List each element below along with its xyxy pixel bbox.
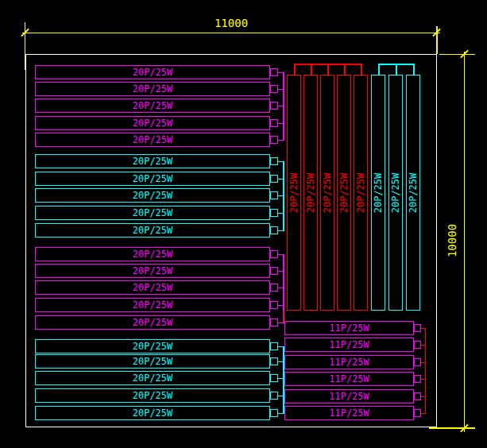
left-bar-20p: 20P/25W [35, 154, 270, 168]
left-bar-stub [270, 409, 278, 417]
left-bar-label: 20P/25W [36, 133, 269, 146]
left-bar-stub [270, 226, 278, 234]
bottom-bar-11p: 11P/25W [284, 355, 414, 369]
bottom-bar-label: 11P/25W [285, 356, 413, 369]
vertical-bar-label: 20P/25W [373, 172, 383, 213]
left-bar-stub [270, 284, 278, 292]
left-bar-label: 20P/25W [36, 340, 269, 353]
bottom-bar-label: 11P/25W [285, 373, 413, 385]
vertical-bar-label: 20P/25W [408, 172, 418, 213]
feeder-line-horizontal [283, 321, 286, 322]
vertical-bar-20p: 20P/25W [406, 75, 420, 311]
vertical-bar-label: 20P/25W [339, 172, 349, 213]
left-bar-label: 20P/25W [36, 407, 269, 419]
vertical-bus-tooth [294, 64, 296, 75]
drawing-entities: 20P/25W20P/25W20P/25W20P/25W20P/25W20P/2… [0, 0, 487, 448]
left-bar-connector [278, 413, 284, 415]
left-bar-stub [270, 374, 278, 382]
vertical-bar-20p: 20P/25W [354, 75, 368, 311]
bottom-group-bus [425, 328, 427, 413]
vertical-bus-tooth [413, 64, 415, 75]
left-bar-label: 20P/25W [36, 281, 269, 294]
vertical-bar-label: 20P/25W [289, 172, 299, 213]
left-bar-20p: 20P/25W [35, 65, 270, 79]
left-bar-20p: 20P/25W [35, 388, 270, 403]
vertical-bus-tooth [396, 64, 397, 75]
vertical-bar-20p: 20P/25W [337, 75, 351, 311]
bottom-bar-label: 11P/25W [285, 338, 413, 351]
left-bar-20p: 20P/25W [35, 172, 270, 186]
bottom-bar-11p: 11P/25W [284, 406, 414, 420]
left-bar-label: 20P/25W [36, 372, 269, 384]
bottom-bar-stub [414, 375, 421, 383]
left-bar-20p: 20P/25W [35, 298, 270, 312]
vertical-bar-20p: 20P/25W [371, 75, 385, 311]
bottom-bar-stub [414, 358, 421, 366]
left-bar-label: 20P/25W [36, 117, 269, 129]
bottom-bar-stub [414, 409, 421, 417]
left-bar-stub [270, 119, 278, 127]
left-bar-label: 20P/25W [36, 83, 269, 95]
vertical-bar-20p: 20P/25W [287, 75, 301, 311]
bottom-bar-label: 11P/25W [285, 407, 413, 419]
left-bar-stub [270, 209, 278, 217]
left-bar-20p: 20P/25W [35, 315, 270, 330]
vertical-bus-tooth [344, 64, 346, 75]
left-group-bus [283, 161, 284, 230]
left-bar-20p: 20P/25W [35, 116, 270, 130]
bottom-bar-label: 11P/25W [285, 390, 413, 403]
bottom-bar-label: 11P/25W [285, 322, 413, 334]
vertical-bus-tooth [311, 64, 312, 75]
left-bar-stub [270, 301, 278, 309]
left-bar-20p: 20P/25W [35, 406, 270, 420]
left-bar-label: 20P/25W [36, 248, 269, 261]
bottom-bar-11p: 11P/25W [284, 338, 414, 352]
vertical-bus-tooth [327, 64, 329, 75]
cad-drawing-canvas: 11000 10000 20P/25W20P/25W20P/25W20P/25W… [0, 0, 487, 448]
left-bar-20p: 20P/25W [35, 223, 270, 238]
left-group-bus [283, 72, 284, 140]
vertical-bar-20p: 20P/25W [320, 75, 334, 311]
bottom-bar-stub [414, 324, 421, 332]
left-bar-20p: 20P/25W [35, 247, 270, 261]
left-bar-stub [270, 191, 278, 199]
left-bar-20p: 20P/25W [35, 188, 270, 203]
vertical-bar-label: 20P/25W [306, 172, 315, 213]
left-bar-label: 20P/25W [36, 389, 269, 402]
left-bar-stub [270, 267, 278, 275]
left-bar-20p: 20P/25W [35, 280, 270, 295]
left-bar-label: 20P/25W [36, 155, 269, 168]
left-bar-label: 20P/25W [36, 265, 269, 277]
bottom-bar-11p: 11P/25W [284, 321, 414, 335]
left-bar-stub [270, 357, 278, 365]
left-bar-stub [270, 319, 278, 326]
left-bar-label: 20P/25W [36, 189, 269, 202]
left-bar-label: 20P/25W [36, 99, 269, 112]
left-bar-label: 20P/25W [36, 66, 269, 79]
left-bar-stub [270, 250, 278, 258]
vertical-bar-20p: 20P/25W [303, 75, 318, 311]
bottom-bar-11p: 11P/25W [284, 372, 414, 386]
left-bar-stub [270, 68, 278, 76]
left-bar-connector [278, 230, 284, 232]
vertical-bar-label: 20P/25W [356, 172, 365, 213]
bottom-bar-stub [414, 341, 421, 349]
vertical-bar-label: 20P/25W [323, 172, 332, 213]
left-bar-stub [270, 342, 278, 350]
left-bar-label: 20P/25W [36, 172, 269, 185]
left-bar-label: 20P/25W [36, 207, 269, 219]
left-bar-20p: 20P/25W [35, 354, 270, 369]
left-bar-stub [270, 392, 278, 400]
left-bar-stub [270, 136, 278, 144]
left-bar-label: 20P/25W [36, 355, 269, 368]
left-bar-stub [270, 102, 278, 110]
left-bar-label: 20P/25W [36, 299, 269, 311]
vertical-bar-20p: 20P/25W [388, 75, 403, 311]
left-bar-label: 20P/25W [36, 224, 269, 237]
bottom-bar-stub [414, 392, 421, 400]
left-bar-20p: 20P/25W [35, 133, 270, 147]
left-bar-connector [278, 322, 284, 324]
left-bar-20p: 20P/25W [35, 82, 270, 96]
vertical-bus-tooth [378, 64, 380, 75]
vertical-bar-label: 20P/25W [391, 172, 400, 213]
